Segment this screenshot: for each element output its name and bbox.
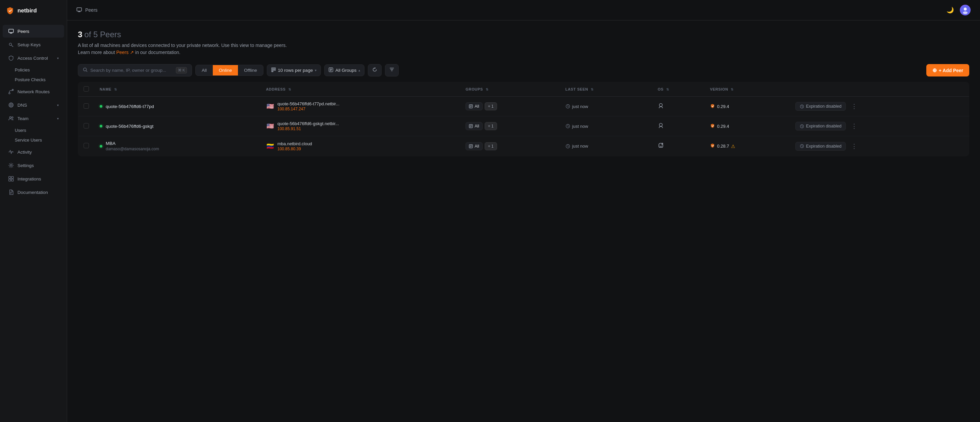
sidebar-item-activity-label: Activity [18,150,59,155]
row-checkbox[interactable] [84,103,89,109]
app-name: netbird [18,7,37,14]
refresh-icon [372,67,377,73]
sidebar-item-setup-keys-label: Setup Keys [18,42,59,47]
group-badge[interactable]: All [466,142,482,150]
svg-rect-19 [272,70,275,70]
peer-last-seen-cell: just now [560,136,652,156]
add-peer-button[interactable]: ⊕ + Add Peer [926,64,969,76]
peer-os-cell [652,97,705,116]
address-ip: 100.85.147.247 [278,107,340,111]
row-more-button[interactable]: ⋮ [848,101,860,111]
breadcrumb: Peers [76,7,98,13]
sidebar-item-setup-keys[interactable]: Setup Keys [3,38,64,51]
peer-address-cell: 🇺🇸 quote-56b476ffd6-t77pd.netbir... 100.… [261,97,460,116]
gear-icon [8,162,14,168]
sidebar-item-network-routes[interactable]: Network Routes [3,85,64,98]
breadcrumb-text: Peers [85,7,98,13]
expiry-badge: Expiration disabled [795,102,846,111]
sidebar-item-peers[interactable]: Peers [3,25,64,38]
peer-last-seen-cell: just now [560,97,652,116]
row-more-button[interactable]: ⋮ [848,121,860,131]
sort-name-icon[interactable]: ⇅ [114,87,117,91]
svg-point-17 [84,68,87,71]
filter-button[interactable] [385,64,399,76]
peer-groups-cell: All + 1 [460,116,560,136]
status-dot [100,105,102,108]
row-checkbox-cell [78,116,95,136]
version-number: 0.29.4 [717,104,729,109]
address-ip: 100.85.91.51 [278,127,339,131]
netbird-version-icon [710,143,715,149]
group-plus-badge[interactable]: + 1 [485,122,497,130]
search-box[interactable]: ⌘ K [78,64,192,76]
svg-point-24 [659,103,662,106]
sidebar-item-integrations-label: Integrations [18,176,59,181]
filter-tab-offline[interactable]: Offline [238,65,263,76]
status-dot [100,145,102,148]
svg-rect-10 [11,176,13,178]
select-all-checkbox[interactable] [84,86,89,92]
svg-rect-9 [9,176,11,178]
sidebar-item-users[interactable]: Users [15,125,67,135]
sidebar-item-team[interactable]: Team ▾ [3,112,64,125]
group-plus-badge[interactable]: + 1 [485,142,497,150]
peers-table: NAME ⇅ ADDRESS ⇅ GROUPS ⇅ LAST SEEN ⇅ [78,82,969,156]
sidebar-item-policies[interactable]: Policies [15,65,67,75]
rows-per-page-selector[interactable]: 10 rows per page ▾ [267,64,321,76]
peers-doc-link[interactable]: Peers ↗ [116,50,134,55]
svg-point-7 [12,117,13,118]
status-dot [100,125,102,127]
netbird-version-icon [710,103,715,110]
row-checkbox-cell [78,97,95,116]
col-os: OS ⇅ [652,82,705,97]
topbar-actions: 🌙 [945,5,970,16]
sidebar-item-documentation-label: Documentation [18,190,59,195]
filter-tab-all[interactable]: All [196,65,213,76]
svg-rect-0 [9,29,13,33]
svg-rect-20 [272,71,273,72]
sort-address-icon[interactable]: ⇅ [288,87,291,91]
theme-toggle-button[interactable]: 🌙 [945,5,955,15]
sidebar-item-dns[interactable]: DNS ▾ [3,98,64,111]
sort-groups-icon[interactable]: ⇅ [486,87,488,91]
peer-os-cell [652,116,705,136]
svg-rect-12 [11,179,13,181]
sidebar-item-posture-checks[interactable]: Posture Checks [15,75,67,84]
user-avatar[interactable] [960,5,970,16]
search-input[interactable] [90,68,173,73]
sidebar-item-integrations[interactable]: Integrations [3,173,64,185]
expiry-text: Expiration disabled [806,104,842,109]
peer-address-cell: 🇺🇸 quote-56b476ffd6-gskgt.netbir... 100.… [261,116,460,136]
add-peer-label: + Add Peer [939,68,963,73]
os-icon [658,123,664,130]
row-checkbox[interactable] [84,123,89,129]
page-header: 3 of 5 Peers A list of all machines and … [78,30,969,56]
sort-version-icon[interactable]: ⇅ [731,87,733,91]
group-badge[interactable]: All [466,122,482,130]
svg-point-8 [10,165,12,167]
svg-point-33 [662,145,662,146]
sidebar-item-settings-label: Settings [18,163,59,168]
table-row: MBA damaso@damasosanoja.com 🇻🇪 mba.netbi… [78,136,969,156]
refresh-button[interactable] [368,64,382,76]
sidebar-item-access-control[interactable]: Access Control ▾ [3,52,64,64]
groups-selector[interactable]: All Groups ▴ [324,64,364,76]
sidebar-item-service-users[interactable]: Service Users [15,135,67,145]
group-plus-badge[interactable]: + 1 [485,102,497,110]
sort-lastseen-icon[interactable]: ⇅ [591,87,594,91]
row-checkbox[interactable] [84,143,89,148]
group-badge[interactable]: All [466,102,482,110]
sort-os-icon[interactable]: ⇅ [666,87,669,91]
select-all-header [78,82,95,97]
sidebar-nav: Peers Setup Keys Access Control ▾ [0,21,67,422]
sidebar-item-dns-label: DNS [18,103,54,108]
row-more-button[interactable]: ⋮ [848,141,860,151]
sidebar-item-documentation[interactable]: Documentation [3,186,64,198]
last-seen-text: just now [572,104,588,109]
peer-actions-cell: Expiration disabled ⋮ [790,116,969,136]
sidebar-item-settings[interactable]: Settings [3,159,64,172]
dns-icon [8,102,14,108]
sidebar-item-activity[interactable]: Activity [3,146,64,158]
app-logo[interactable]: netbird [0,0,67,21]
filter-tab-online[interactable]: Online [213,65,238,76]
